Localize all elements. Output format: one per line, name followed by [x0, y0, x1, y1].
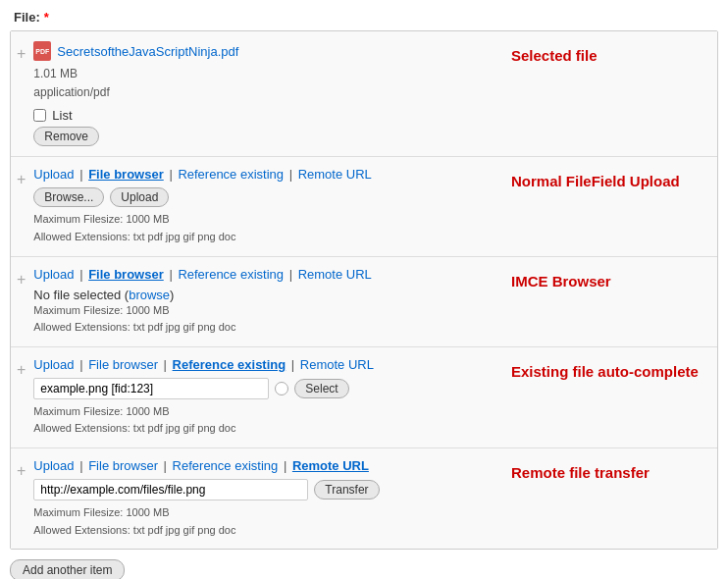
- file-info-3: Maximum Filesize: 1000 MB Allowed Extens…: [33, 302, 492, 337]
- drag-handle-5[interactable]: +: [17, 462, 26, 480]
- tab-reference-2[interactable]: Reference existing: [178, 167, 284, 182]
- pdf-icon: PDF: [33, 41, 51, 61]
- file-info-5: Maximum Filesize: 1000 MB Allowed Extens…: [33, 504, 492, 539]
- tab-reference-4[interactable]: Reference existing: [173, 357, 286, 372]
- tab-remoteurl-5[interactable]: Remote URL: [292, 458, 369, 473]
- section-label-4: Existing file auto-complete: [511, 363, 707, 380]
- item-right-3: IMCE Browser: [492, 267, 707, 290]
- allowed-ext-2: Allowed Extensions: txt pdf jpg gif png …: [33, 229, 492, 246]
- field-item-remote: + Upload | File browser | Reference exis…: [11, 448, 717, 549]
- allowed-ext-5: Allowed Extensions: txt pdf jpg gif png …: [33, 522, 492, 540]
- max-filesize-2: Maximum Filesize: 1000 MB: [33, 211, 492, 229]
- file-type: application/pdf: [33, 83, 492, 102]
- tab-links-4: Upload | File browser | Reference existi…: [33, 357, 492, 372]
- tab-remoteurl-2[interactable]: Remote URL: [298, 167, 372, 182]
- section-label-2: Normal FileField Upload: [511, 173, 707, 189]
- list-checkbox-row: List: [33, 108, 492, 123]
- tab-filebrowser-2[interactable]: File browser: [88, 167, 164, 182]
- url-input-row: Transfer: [33, 479, 492, 500]
- file-info-2: Maximum Filesize: 1000 MB Allowed Extens…: [33, 211, 492, 245]
- section-label-3: IMCE Browser: [511, 273, 707, 290]
- item-main-4: Upload | File browser | Reference existi…: [33, 357, 707, 438]
- max-filesize-4: Maximum Filesize: 1000 MB: [33, 403, 492, 421]
- file-size: 1.01 MB: [33, 65, 492, 83]
- select-button[interactable]: Select: [294, 379, 348, 398]
- tab-remoteurl-4[interactable]: Remote URL: [300, 357, 374, 372]
- file-info-row: PDF SecretsoftheJavaScriptNinja.pdf: [33, 41, 492, 61]
- drag-handle-2[interactable]: +: [17, 171, 26, 188]
- field-item-imce: + Upload | File browser | Reference exis…: [11, 257, 717, 347]
- tab-upload-4[interactable]: Upload: [33, 357, 74, 372]
- section-label-1: Selected file: [511, 47, 707, 64]
- file-info-4: Maximum Filesize: 1000 MB Allowed Extens…: [33, 403, 492, 438]
- radio-indicator: [275, 382, 288, 395]
- tab-links-2: Upload | File browser | Reference existi…: [33, 167, 492, 182]
- browse-button-2[interactable]: Browse...: [33, 187, 104, 207]
- item-right-1: Selected file: [492, 41, 707, 64]
- file-name-link[interactable]: SecretsoftheJavaScriptNinja.pdf: [57, 44, 238, 59]
- field-label: File: *: [10, 10, 718, 25]
- tab-upload-5[interactable]: Upload: [33, 458, 74, 473]
- item-left-4: Upload | File browser | Reference existi…: [33, 357, 492, 438]
- item-left-3: Upload | File browser | Reference existi…: [33, 267, 492, 337]
- required-star: *: [44, 10, 49, 25]
- item-left-5: Upload | File browser | Reference existi…: [33, 458, 492, 539]
- item-left-2: Upload | File browser | Reference existi…: [33, 167, 492, 245]
- remove-button[interactable]: Remove: [33, 127, 99, 146]
- url-input[interactable]: [33, 479, 308, 500]
- item-main-1: PDF SecretsoftheJavaScriptNinja.pdf 1.01…: [33, 41, 707, 146]
- add-another-button[interactable]: Add another item: [10, 559, 125, 579]
- tab-reference-5[interactable]: Reference existing: [173, 458, 279, 473]
- field-item-reference: + Upload | File browser | Reference exis…: [11, 347, 717, 448]
- section-label-5: Remote file transfer: [511, 464, 707, 481]
- autocomplete-input-row: Select: [33, 378, 492, 399]
- no-file-text: No file selected (browse): [33, 288, 492, 302]
- list-checkbox[interactable]: [33, 109, 46, 122]
- tab-filebrowser-3[interactable]: File browser: [88, 267, 164, 282]
- field-item-upload: + Upload | File browser | Reference exis…: [11, 157, 717, 256]
- autocomplete-input[interactable]: [33, 378, 269, 399]
- tab-filebrowser-5[interactable]: File browser: [88, 458, 158, 473]
- tab-remoteurl-3[interactable]: Remote URL: [298, 267, 372, 282]
- tab-upload-2[interactable]: Upload: [33, 167, 74, 182]
- drag-handle-3[interactable]: +: [17, 271, 26, 289]
- drag-handle-4[interactable]: +: [17, 361, 26, 379]
- allowed-ext-3: Allowed Extensions: txt pdf jpg gif png …: [33, 319, 492, 337]
- allowed-ext-4: Allowed Extensions: txt pdf jpg gif png …: [33, 420, 492, 438]
- file-meta: 1.01 MB application/pdf: [33, 65, 492, 102]
- list-label: List: [52, 108, 72, 123]
- item-main-5: Upload | File browser | Reference existi…: [33, 458, 707, 539]
- drag-handle-1[interactable]: +: [17, 45, 26, 63]
- item-right-5: Remote file transfer: [492, 458, 707, 481]
- field-item-selected: + PDF SecretsoftheJavaScriptNinja.pdf 1.…: [11, 31, 717, 157]
- field-label-text: File:: [14, 10, 40, 25]
- field-items-wrapper: + PDF SecretsoftheJavaScriptNinja.pdf 1.…: [10, 30, 718, 550]
- tab-filebrowser-4[interactable]: File browser: [88, 357, 158, 372]
- upload-input-row: Browse... Upload: [33, 187, 492, 207]
- tab-upload-3[interactable]: Upload: [33, 267, 74, 282]
- item-main-3: Upload | File browser | Reference existi…: [33, 267, 707, 337]
- item-main-2: Upload | File browser | Reference existi…: [33, 167, 707, 245]
- item-right-2: Normal FileField Upload: [492, 167, 707, 189]
- upload-button-2[interactable]: Upload: [110, 187, 169, 207]
- tab-links-3: Upload | File browser | Reference existi…: [33, 267, 492, 282]
- tab-reference-3[interactable]: Reference existing: [178, 267, 284, 282]
- transfer-button[interactable]: Transfer: [314, 480, 379, 500]
- max-filesize-3: Maximum Filesize: 1000 MB: [33, 302, 492, 320]
- max-filesize-5: Maximum Filesize: 1000 MB: [33, 504, 492, 522]
- tab-links-5: Upload | File browser | Reference existi…: [33, 458, 492, 473]
- item-right-4: Existing file auto-complete: [492, 357, 707, 380]
- item-left-1: PDF SecretsoftheJavaScriptNinja.pdf 1.01…: [33, 41, 492, 146]
- browse-inline-link[interactable]: browse: [129, 288, 170, 302]
